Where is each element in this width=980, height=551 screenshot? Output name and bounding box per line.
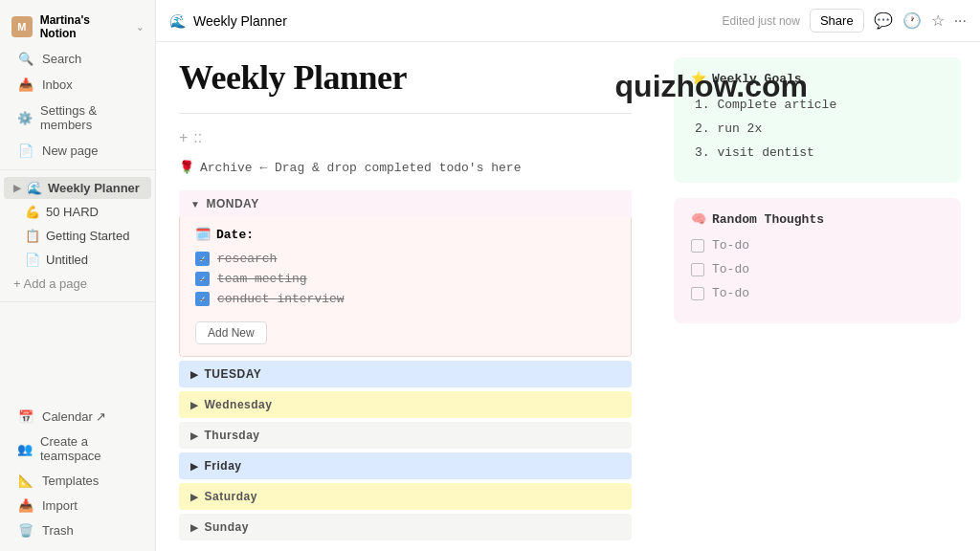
thought-checkbox-2[interactable] [691,263,704,276]
sidebar-50hard-label: 50 HARD [46,205,99,219]
todo-checkbox-team-meeting[interactable]: ✓ [195,272,210,286]
right-panel: quizhow.com ⭐ Weekly Goals 1. Complete a… [655,42,980,551]
day-block-friday: ▶ Friday [179,452,632,479]
add-new-button[interactable]: Add New [195,321,267,344]
day-label-friday: Friday [205,459,242,473]
goal-item-2: 2. run 2x [691,121,944,136]
day-block-sunday: ▶ Sunday [179,514,632,540]
day-label-tuesday: TUESDAY [205,367,262,381]
search-icon: 🔍 [17,52,34,66]
day-block-wednesday: ▶ Wednesday [179,391,632,418]
calendar-icon: 📅 [17,409,34,424]
random-thoughts-card: 🧠 Random Thoughts To-do To-do To-do [674,198,961,323]
sidebar-new-page[interactable]: 📄 New page [6,139,149,163]
sidebar-user[interactable]: M Martina's Notion ⌄ [0,8,155,46]
sidebar-search-label: Search [42,52,81,66]
day-header-tuesday[interactable]: ▶ TUESDAY [179,361,632,387]
star-icon[interactable]: ☆ [931,11,945,30]
sidebar-search[interactable]: 🔍 Search [6,47,149,71]
toggle-friday-icon: ▶ [190,461,199,472]
toggle-tuesday-icon: ▶ [190,369,199,380]
date-row: 🗓️ Date: [195,227,615,242]
star-goals-icon: ⭐ [691,71,706,86]
sidebar-untitled-label: Untitled [46,253,88,267]
day-header-sunday[interactable]: ▶ Sunday [179,514,632,540]
toggle-monday-icon: ▼ [190,199,200,209]
import-icon: 📥 [17,498,34,513]
day-label-sunday: Sunday [205,520,249,534]
more-icon[interactable]: ··· [954,12,967,30]
weekly-goals-label: Weekly Goals [712,72,802,86]
thought-checkbox-1[interactable] [691,239,704,253]
day-header-thursday[interactable]: ▶ Thursday [179,422,632,449]
untitled-icon: 📄 [25,253,40,267]
add-block-button[interactable]: + [179,129,188,146]
random-thoughts-label: Random Thoughts [712,212,824,227]
sidebar-new-page-label: New page [42,143,99,158]
add-page-label: + Add a page [13,276,87,291]
sidebar-settings-label: Settings & members [40,103,138,132]
thought-item-3: To-do [691,286,944,300]
archive-icon: 🌹 [179,160,194,175]
history-icon[interactable]: 🕐 [902,11,922,30]
sidebar-inbox-label: Inbox [42,77,73,92]
sidebar-item-getting-started[interactable]: 📋 Getting Started [4,225,151,247]
archive-text: Archive ← Drag & drop completed todo's h… [200,161,521,175]
sidebar-calendar-label: Calendar ↗ [42,409,106,424]
day-block-monday: ▼ MONDAY 🗓️ Date: ✓ research ✓ team meet… [179,190,632,357]
inbox-icon: 📥 [17,77,34,92]
sidebar-templates[interactable]: 📐 Templates [6,469,149,493]
new-page-icon: 📄 [17,143,34,158]
sidebar-trash[interactable]: 🗑️ Trash [6,518,149,542]
day-header-monday[interactable]: ▼ MONDAY [179,190,632,217]
todo-item-team-meeting: ✓ team meeting [195,272,615,286]
comment-icon[interactable]: 💬 [874,11,893,30]
sidebar-chevron-icon: ⌄ [136,22,144,33]
toggle-sunday-icon: ▶ [190,522,199,533]
day-block-tuesday: ▶ TUESDAY [179,361,632,387]
sidebar: M Martina's Notion ⌄ 🔍 Search 📥 Inbox ⚙️… [0,0,156,551]
thought-checkbox-3[interactable] [691,287,704,300]
sidebar-item-untitled[interactable]: 📄 Untitled [4,249,151,271]
sidebar-teamspace[interactable]: 👥 Create a teamspace [6,430,149,468]
50hard-icon: 💪 [25,205,40,219]
todo-checkbox-research[interactable]: ✓ [195,252,210,266]
trash-icon: 🗑️ [17,523,34,538]
drag-handle[interactable]: :: [193,129,202,146]
day-label-saturday: Saturday [205,490,257,503]
toggle-thursday-icon: ▶ [190,430,199,441]
topbar: 🌊 Weekly Planner Edited just now Share 💬… [156,0,980,42]
topbar-edited: Edited just now [723,14,800,28]
day-block-saturday: ▶ Saturday [179,483,632,510]
sidebar-templates-label: Templates [42,474,99,488]
day-block-thursday: ▶ Thursday [179,422,632,449]
topbar-title: Weekly Planner [193,13,715,29]
topbar-right: Edited just now Share 💬 🕐 ☆ ··· [723,9,967,33]
sidebar-divider-2 [0,301,155,302]
sidebar-import[interactable]: 📥 Import [6,494,149,518]
sidebar-item-50hard[interactable]: 💪 50 HARD [4,201,151,223]
sidebar-calendar[interactable]: 📅 Calendar ↗ [6,405,149,429]
todo-text-research: research [217,252,277,266]
sidebar-settings[interactable]: ⚙️ Settings & members [6,99,149,137]
day-header-friday[interactable]: ▶ Friday [179,452,632,479]
main-panel: 🌊 Weekly Planner Edited just now Share 💬… [156,0,980,551]
share-button[interactable]: Share [810,9,864,33]
add-page-button[interactable]: + Add a page [4,273,151,295]
left-panel: Weekly Planner + :: 🌹 Archive ← Drag & d… [156,42,655,551]
content-area: Weekly Planner + :: 🌹 Archive ← Drag & d… [156,42,980,551]
date-icon: 🗓️ [195,227,211,242]
todo-checkbox-conduct-interview[interactable]: ✓ [195,292,210,306]
settings-icon: ⚙️ [17,111,33,125]
goal-item-3: 3. visit dentist [691,145,944,160]
random-thoughts-title: 🧠 Random Thoughts [691,211,944,227]
brain-icon: 🧠 [691,211,706,227]
toolbar-row: + :: [179,129,632,146]
sidebar-inbox[interactable]: 📥 Inbox [6,73,149,97]
teamspace-icon: 👥 [17,442,33,456]
sidebar-item-weekly-planner[interactable]: ▶ 🌊 Weekly Planner [4,177,151,199]
day-header-saturday[interactable]: ▶ Saturday [179,483,632,510]
goal-item-1: 1. Complete article [691,98,944,112]
day-header-wednesday[interactable]: ▶ Wednesday [179,391,632,418]
thought-text-3: To-do [712,286,749,300]
